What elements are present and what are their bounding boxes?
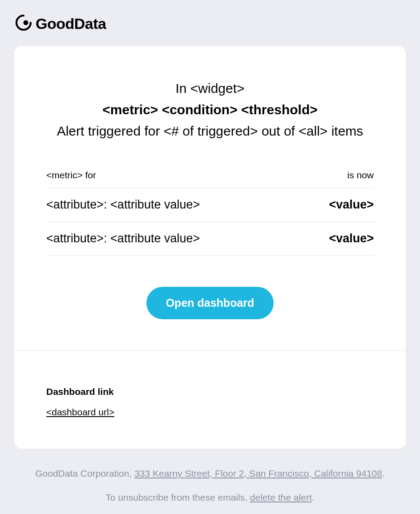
context-line: In <widget> xyxy=(41,81,379,96)
footer-address-line: GoodData Corporation, 333 Kearny Street,… xyxy=(14,466,406,481)
email-footer: GoodData Corporation, 333 Kearny Street,… xyxy=(14,449,406,504)
row-value: <value> xyxy=(329,198,374,212)
footer-unsubscribe-line: To unsubscribe from these emails, delete… xyxy=(14,490,406,505)
unsubscribe-trail: . xyxy=(312,492,315,502)
delete-alert-link[interactable]: delete the alert xyxy=(250,492,312,502)
table-header-right: is now xyxy=(347,170,374,181)
alert-header: In <widget> <metric> <condition> <thresh… xyxy=(14,81,406,139)
condition-line: <metric> <condition> <threshold> xyxy=(41,102,379,117)
row-label: <attribute>: <attribute value> xyxy=(46,198,200,212)
table-header: <metric> for is now xyxy=(46,170,374,188)
metrics-table: <metric> for is now <attribute>: <attrib… xyxy=(14,139,406,256)
table-header-left: <metric> for xyxy=(46,170,96,181)
row-value: <value> xyxy=(329,232,374,245)
row-label: <attribute>: <attribute value> xyxy=(46,232,200,245)
footer-company: GoodData Corporation, xyxy=(35,468,134,478)
link-heading: Dashboard link xyxy=(46,386,374,397)
email-card: In <widget> <metric> <condition> <thresh… xyxy=(14,46,406,449)
gooddata-logo-icon xyxy=(14,13,33,34)
footer-address-trail: . xyxy=(382,468,385,478)
table-row: <attribute>: <attribute value> <value> xyxy=(46,188,374,222)
logo: GoodData xyxy=(14,13,406,34)
unsubscribe-prefix: To unsubscribe from these emails, xyxy=(105,492,250,502)
svg-point-0 xyxy=(24,20,28,25)
brand-name: GoodData xyxy=(36,15,106,32)
footer-address-link[interactable]: 333 Kearny Street, Floor 2, San Francisc… xyxy=(134,468,382,478)
dashboard-url-link[interactable]: <dashboard url> xyxy=(46,407,114,417)
summary-line: Alert triggered for <# of triggered> out… xyxy=(41,124,379,139)
table-row: <attribute>: <attribute value> <value> xyxy=(46,222,374,256)
open-dashboard-button[interactable]: Open dashboard xyxy=(146,287,274,319)
dashboard-link-section: Dashboard link <dashboard url> xyxy=(14,351,406,449)
